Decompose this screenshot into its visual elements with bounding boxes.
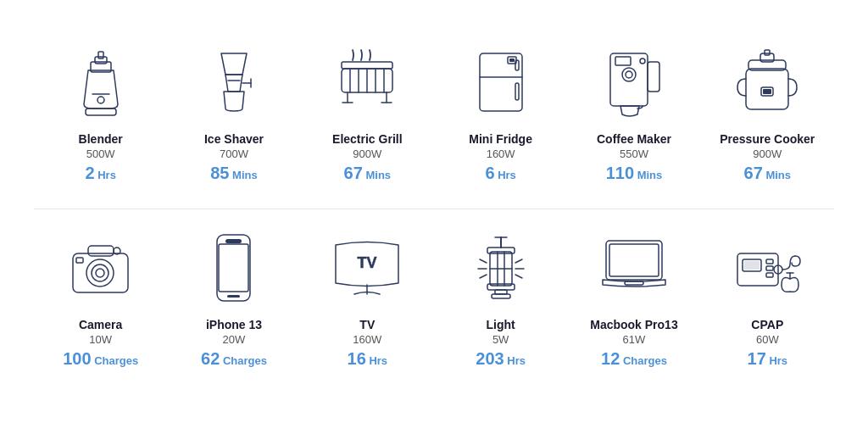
svg-rect-67 — [625, 281, 643, 285]
svg-rect-1 — [95, 57, 107, 64]
light-name: Light — [487, 318, 515, 331]
svg-rect-30 — [615, 57, 631, 65]
svg-rect-64 — [492, 294, 510, 298]
svg-point-40 — [86, 259, 114, 287]
svg-rect-25 — [509, 58, 515, 62]
svg-line-59 — [480, 275, 487, 278]
svg-rect-9 — [342, 62, 392, 69]
camera-icon — [58, 226, 143, 311]
ice-shaver-name: Ice Shaver — [204, 132, 264, 146]
ice-shaver-icon — [192, 41, 276, 125]
svg-rect-71 — [766, 259, 773, 264]
item-light: Light 5W 203 Hrs — [442, 226, 560, 369]
svg-rect-66 — [609, 244, 659, 276]
iphone-icon — [192, 226, 276, 311]
svg-line-62 — [515, 275, 522, 278]
item-cpap: CPAP 60W 17 Hrs — [708, 226, 826, 369]
cpap-icon — [725, 226, 810, 311]
macbook-icon — [592, 226, 676, 311]
cpap-watt: 60W — [756, 333, 779, 346]
ice-shaver-time: 85 Mins — [210, 164, 258, 183]
item-pressure-cooker: Pressure Cooker 900W 67 Mins — [708, 41, 826, 183]
svg-line-57 — [480, 259, 487, 263]
electric-grill-time: 67 Mins — [344, 164, 392, 183]
svg-rect-37 — [763, 89, 771, 94]
svg-rect-46 — [225, 239, 242, 243]
pressure-cooker-name: Pressure Cooker — [720, 132, 815, 146]
svg-text:TV: TV — [358, 254, 377, 271]
electric-grill-watt: 900W — [353, 147, 381, 160]
iphone13-time: 62 Charges — [201, 349, 267, 369]
svg-rect-23 — [515, 83, 519, 100]
blender-name: Blender — [79, 132, 123, 146]
blender-icon — [58, 41, 143, 125]
coffee-maker-watt: 550W — [620, 147, 648, 160]
tv-watt: 160W — [353, 333, 381, 346]
svg-rect-27 — [648, 62, 659, 92]
item-ice-shaver: Ice Shaver 700W 85 Mins — [175, 41, 293, 183]
svg-rect-65 — [606, 241, 662, 280]
macbook-name: Macbook Pro13 — [590, 318, 677, 331]
pressure-cooker-time: 67 Mins — [744, 164, 792, 183]
coffee-maker-name: Coffee Maker — [597, 132, 671, 146]
item-blender: Blender 500W 2 Hrs — [42, 41, 160, 183]
svg-rect-43 — [76, 258, 83, 263]
svg-point-28 — [622, 68, 636, 81]
svg-rect-39 — [88, 246, 114, 256]
row-2: Camera 10W 100 Charges — [34, 226, 834, 369]
svg-rect-73 — [766, 273, 773, 277]
svg-rect-35 — [765, 50, 770, 55]
camera-time: 100 Charges — [63, 349, 138, 369]
cpap-name: CPAP — [751, 318, 783, 331]
svg-point-41 — [92, 264, 108, 281]
macbook-time: 12 Charges — [601, 349, 667, 369]
item-macbook: Macbook Pro13 61W 12 Charges — [575, 226, 693, 369]
coffee-maker-icon — [592, 41, 676, 125]
item-tv: TV TV 160W 16 Hrs — [308, 226, 426, 369]
macbook-watt: 61W — [623, 333, 646, 346]
mini-fridge-icon — [459, 41, 543, 125]
light-watt: 5W — [492, 333, 509, 346]
svg-point-42 — [96, 269, 104, 277]
pressure-cooker-icon — [725, 41, 810, 125]
camera-watt: 10W — [89, 333, 112, 346]
item-electric-grill: Electric Grill 900W 67 Mins — [308, 41, 426, 183]
pressure-cooker-watt: 900W — [753, 147, 782, 160]
light-icon — [459, 226, 543, 311]
electric-grill-icon — [325, 41, 409, 125]
camera-name: Camera — [79, 318, 122, 331]
blender-watt: 500W — [86, 147, 115, 160]
mini-fridge-watt: 160W — [487, 147, 515, 160]
svg-rect-2 — [98, 52, 103, 58]
tv-name: TV — [359, 318, 375, 331]
iphone13-name: iPhone 13 — [206, 318, 262, 331]
svg-point-29 — [626, 71, 632, 78]
svg-point-31 — [640, 58, 645, 64]
svg-rect-47 — [227, 295, 240, 298]
svg-line-60 — [515, 259, 522, 263]
ice-shaver-watt: 700W — [220, 147, 248, 160]
item-mini-fridge: Mini Fridge 160W 6 Hrs — [442, 41, 560, 183]
svg-rect-48 — [219, 244, 248, 292]
tv-icon: TV — [325, 226, 409, 311]
electric-grill-name: Electric Grill — [332, 132, 402, 146]
svg-rect-72 — [766, 266, 773, 270]
iphone13-watt: 20W — [223, 333, 246, 346]
item-coffee-maker: Coffee Maker 550W 110 Mins — [575, 41, 693, 183]
tv-time: 16 Hrs — [348, 349, 388, 369]
main-container: Blender 500W 2 Hrs — [0, 24, 868, 411]
mini-fridge-time: 6 Hrs — [485, 164, 515, 183]
item-camera: Camera 10W 100 Charges — [42, 226, 160, 369]
blender-time: 2 Hrs — [85, 164, 115, 183]
row-divider — [34, 209, 834, 209]
mini-fridge-name: Mini Fridge — [469, 132, 532, 146]
svg-rect-4 — [86, 108, 116, 115]
svg-point-5 — [97, 97, 104, 103]
row-1: Blender 500W 2 Hrs — [34, 41, 834, 183]
coffee-maker-time: 110 Mins — [606, 164, 663, 183]
cpap-time: 17 Hrs — [748, 349, 788, 369]
item-iphone13: iPhone 13 20W 62 Charges — [175, 226, 293, 369]
svg-rect-70 — [744, 261, 760, 270]
light-time: 203 Hrs — [476, 349, 526, 369]
